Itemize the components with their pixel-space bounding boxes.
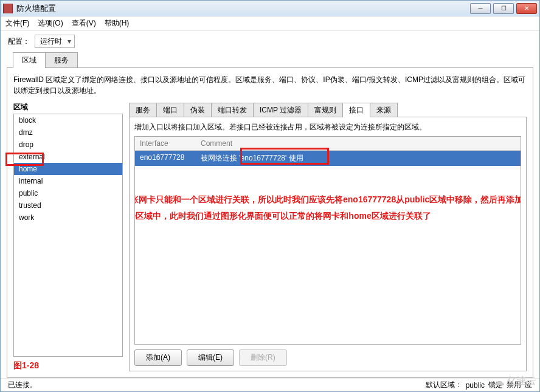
zone-item-internal[interactable]: internal <box>14 175 122 187</box>
tab-zone[interactable]: 区域 <box>13 52 46 68</box>
menu-options[interactable]: 选项(O) <box>38 18 63 29</box>
zone-item-drop[interactable]: drop <box>14 139 122 151</box>
maximize-button[interactable]: ☐ <box>493 3 514 14</box>
inner-tab-portfwd[interactable]: 端口转发 <box>211 103 254 117</box>
interface-cell-name: eno16777728 <box>135 151 196 166</box>
interfaces-panel: 增加入口以将接口加入区域。若接口已经被连接占用，区域将被设定为连接所指定的区域。… <box>129 117 527 371</box>
zone-list[interactable]: blockdmzdropexternalhomeinternalpublictr… <box>13 114 123 357</box>
statusbar: 已连接。 默认区域： public 锁定 禁用 应 <box>1 378 539 391</box>
interface-table: Interface Comment eno16777728被网络连接 'eno1… <box>134 136 521 345</box>
menu-file[interactable]: 文件(F) <box>5 18 29 29</box>
status-disable: 禁用 <box>507 380 521 390</box>
delete-button[interactable]: 删除(R) <box>239 349 287 366</box>
inner-tab-sources[interactable]: 来源 <box>370 103 398 117</box>
inner-tab-richrules[interactable]: 富规则 <box>308 103 343 117</box>
window-controls: ─ ☐ ✕ <box>470 3 537 14</box>
menu-view[interactable]: 查看(V) <box>72 18 96 29</box>
zone-heading: 区域 <box>13 102 123 112</box>
annotation-text: 由于每张网卡只能和一个区域进行关联，所以此时我们应该先将eno16777728从… <box>134 191 521 224</box>
zone-inner-tabs: 服务端口伪装端口转发ICMP 过滤器富规则接口来源 <box>129 102 527 117</box>
column-comment: Comment <box>196 137 521 150</box>
config-value: 运行时 <box>40 36 62 47</box>
menu-help[interactable]: 帮助(H) <box>105 18 130 29</box>
zone-item-block[interactable]: block <box>14 114 122 126</box>
zone-list-column: 区域 blockdmzdropexternalhomeinternalpubli… <box>13 102 123 371</box>
config-row: 配置： 运行时 <box>1 31 539 52</box>
zone-item-dmz[interactable]: dmz <box>14 126 122 139</box>
minimize-button[interactable]: ─ <box>470 3 491 14</box>
status-default-zone-value: public <box>466 381 485 390</box>
zone-item-home[interactable]: home <box>14 163 122 175</box>
inner-tab-ports[interactable]: 端口 <box>156 103 184 117</box>
interface-cell-comment: 被网络连接 'eno16777728' 使用 <box>196 151 521 166</box>
tab-service[interactable]: 服务 <box>45 52 78 68</box>
zone-item-external[interactable]: external <box>14 151 122 163</box>
status-connected: 已连接。 <box>8 380 37 390</box>
zone-item-trusted[interactable]: trusted <box>14 199 122 211</box>
status-cutoff: 应 <box>525 380 532 390</box>
column-interface: Interface <box>135 137 196 150</box>
status-lock: 锁定 <box>488 380 503 390</box>
close-button[interactable]: ✕ <box>516 3 537 14</box>
zone-item-public[interactable]: public <box>14 187 122 199</box>
main-panel: FirewallD 区域定义了绑定的网络连接、接口以及源地址的可信程度。区域是服… <box>7 67 533 378</box>
edit-button[interactable]: 编辑(E) <box>187 349 234 366</box>
zone-item-work[interactable]: work <box>14 211 122 224</box>
inner-tab-services[interactable]: 服务 <box>129 103 157 117</box>
interface-row[interactable]: eno16777728被网络连接 'eno16777728' 使用 <box>135 151 521 166</box>
zone-description: FirewallD 区域定义了绑定的网络连接、接口以及源地址的可信程度。区域是服… <box>13 74 527 96</box>
config-dropdown[interactable]: 运行时 <box>35 35 75 48</box>
inner-tab-masq[interactable]: 伪装 <box>184 103 212 117</box>
interface-button-row: 添加(A) 编辑(E) 删除(R) <box>134 349 521 366</box>
inner-tab-icmp[interactable]: ICMP 过滤器 <box>253 103 308 117</box>
config-label: 配置： <box>8 36 30 47</box>
window-title: 防火墙配置 <box>16 3 470 14</box>
interfaces-description: 增加入口以将接口加入区域。若接口已经被连接占用，区域将被设定为连接所指定的区域。 <box>134 122 521 132</box>
firewall-config-window: 防火墙配置 ─ ☐ ✕ 文件(F) 选项(O) 查看(V) 帮助(H) 配置： … <box>0 0 540 392</box>
titlebar: 防火墙配置 ─ ☐ ✕ <box>1 1 539 16</box>
app-icon <box>3 4 13 13</box>
main-tabs: 区域 服务 <box>1 52 539 67</box>
status-default-zone-label: 默认区域： <box>426 380 462 390</box>
interface-table-header: Interface Comment <box>135 137 521 151</box>
inner-tab-interfaces[interactable]: 接口 <box>342 103 370 117</box>
menubar: 文件(F) 选项(O) 查看(V) 帮助(H) <box>1 16 539 31</box>
figure-label: 图1-28 <box>13 360 123 371</box>
zone-detail-column: 服务端口伪装端口转发ICMP 过滤器富规则接口来源 增加入口以将接口加入区域。若… <box>129 102 527 371</box>
add-button[interactable]: 添加(A) <box>134 349 182 366</box>
